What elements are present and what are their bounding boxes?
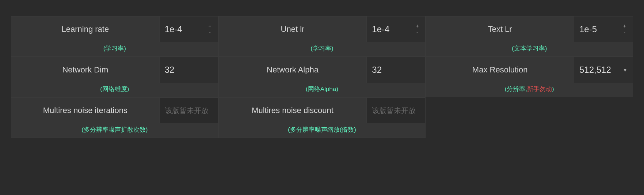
cell-label-network-dim: Network Dim <box>11 57 160 83</box>
cell-group-1-2: Max Resolution512,512▼(分辨率,新手勿动) <box>426 57 633 97</box>
cell-value-wrapper-network-dim: 32 <box>160 57 218 83</box>
cell-group-0-2: Text Lr1e-5+-(文本学习率) <box>426 16 633 57</box>
cell-main-text-lr: Text Lr1e-5+- <box>426 16 633 42</box>
cell-group-2-1: Multires noise discount该版暂未开放(多分辨率噪声缩放(倍… <box>218 97 426 138</box>
cell-subtitle-network-alpha: (网络Alpha) <box>219 83 426 97</box>
cell-value-wrapper-multires-noise-discount: 该版暂未开放 <box>367 98 425 123</box>
settings-grid: Learning rate1e-4+-(学习率)Unet lr1e-4+-(学习… <box>11 16 633 138</box>
cell-label-multires-noise-iterations: Multires noise iterations <box>11 98 160 123</box>
dropdown-arrow-max-resolution: ▼ <box>622 67 628 73</box>
cell-value-wrapper-max-resolution[interactable]: 512,512▼ <box>574 57 633 83</box>
cell-subtitle-network-dim: (网络维度) <box>11 83 218 97</box>
increment-text-lr[interactable]: + <box>622 23 628 29</box>
cell-group-2-0: Multires noise iterations该版暂未开放(多分辨率噪声扩散… <box>11 97 218 138</box>
warning-text-max-resolution: 新手勿动 <box>527 86 552 93</box>
cell-main-network-alpha: Network Alpha32 <box>219 57 426 83</box>
cell-value-max-resolution: 512,512 <box>579 65 611 75</box>
cell-subtitle-multires-noise-discount: (多分辨率噪声缩放(倍数) <box>219 123 426 138</box>
cell-label-text-lr: Text Lr <box>426 16 574 42</box>
cell-label-multires-noise-discount: Multires noise discount <box>219 98 367 123</box>
cell-value-wrapper-unet-lr[interactable]: 1e-4+- <box>367 16 425 42</box>
decrement-learning-rate[interactable]: - <box>207 30 213 35</box>
cell-label-unet-lr: Unet lr <box>219 16 367 42</box>
cell-group-0-0: Learning rate1e-4+-(学习率) <box>11 16 218 57</box>
cell-value-network-alpha: 32 <box>372 65 382 75</box>
spinners-unet-lr: +- <box>414 23 420 35</box>
spinners-text-lr: +- <box>622 23 628 35</box>
cell-value-text-lr: 1e-5 <box>579 24 597 34</box>
cell-subtitle-multires-noise-iterations: (多分辨率噪声扩散次数) <box>11 123 218 138</box>
cell-main-multires-noise-discount: Multires noise discount该版暂未开放 <box>219 98 426 123</box>
cell-label-max-resolution: Max Resolution <box>426 57 574 83</box>
increment-learning-rate[interactable]: + <box>207 23 213 29</box>
cell-subtitle-learning-rate: (学习率) <box>11 42 218 56</box>
cell-main-unet-lr: Unet lr1e-4+- <box>219 16 426 42</box>
cell-main-network-dim: Network Dim32 <box>11 57 218 83</box>
cell-group-2-2 <box>426 97 633 138</box>
cell-label-network-alpha: Network Alpha <box>219 57 367 83</box>
cell-value-wrapper-learning-rate[interactable]: 1e-4+- <box>160 16 218 42</box>
decrement-unet-lr[interactable]: - <box>414 30 420 35</box>
cell-main-learning-rate: Learning rate1e-4+- <box>11 16 218 42</box>
cell-group-1-0: Network Dim32(网络维度) <box>11 57 218 97</box>
cell-label-learning-rate: Learning rate <box>11 16 160 42</box>
increment-unet-lr[interactable]: + <box>414 23 420 29</box>
cell-main-multires-noise-iterations: Multires noise iterations该版暂未开放 <box>11 98 218 123</box>
cell-value-wrapper-multires-noise-iterations: 该版暂未开放 <box>160 98 218 123</box>
cell-subtitle-text-lr: (文本学习率) <box>426 42 633 56</box>
cell-value-multires-noise-iterations: 该版暂未开放 <box>165 106 209 116</box>
cell-subtitle-max-resolution: (分辨率,新手勿动) <box>426 83 633 97</box>
cell-group-1-1: Network Alpha32(网络Alpha) <box>218 57 426 97</box>
cell-value-learning-rate: 1e-4 <box>165 24 182 34</box>
cell-group-0-1: Unet lr1e-4+-(学习率) <box>218 16 426 57</box>
cell-value-wrapper-text-lr[interactable]: 1e-5+- <box>574 16 633 42</box>
decrement-text-lr[interactable]: - <box>622 30 628 35</box>
cell-main-max-resolution: Max Resolution512,512▼ <box>426 57 633 83</box>
cell-value-network-dim: 32 <box>165 65 175 75</box>
spinners-learning-rate: +- <box>207 23 213 35</box>
cell-value-unet-lr: 1e-4 <box>372 24 389 34</box>
cell-value-multires-noise-discount: 该版暂未开放 <box>372 106 416 116</box>
cell-subtitle-unet-lr: (学习率) <box>219 42 426 56</box>
cell-value-wrapper-network-alpha: 32 <box>367 57 425 83</box>
